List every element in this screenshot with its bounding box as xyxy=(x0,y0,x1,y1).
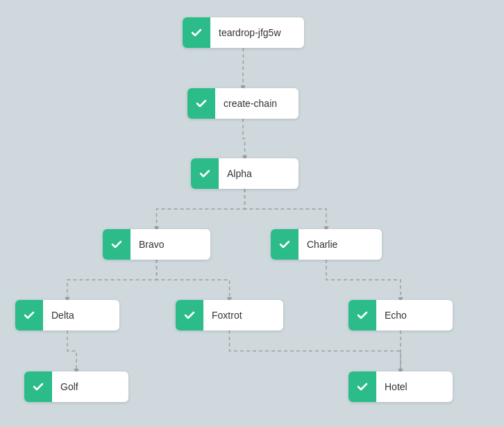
node-delta: Delta xyxy=(15,300,119,330)
node-golf: Golf xyxy=(24,371,128,402)
node-label-golf: Golf xyxy=(52,381,78,392)
node-label-alpha: Alpha xyxy=(219,168,252,179)
node-label-charlie: Charlie xyxy=(299,239,337,250)
check-icon-alpha xyxy=(191,158,219,189)
node-foxtrot: Foxtrot xyxy=(176,300,283,330)
check-icon-echo xyxy=(348,300,376,330)
check-icon-teardrop xyxy=(183,17,210,48)
check-icon-hotel xyxy=(348,371,376,402)
diagram: teardrop-jfg5w create-chain Alpha Bravo … xyxy=(0,0,504,427)
node-hotel: Hotel xyxy=(348,371,453,402)
check-icon-charlie xyxy=(271,229,299,260)
node-label-teardrop: teardrop-jfg5w xyxy=(210,27,281,38)
node-bravo: Bravo xyxy=(103,229,210,260)
check-icon-golf xyxy=(24,371,52,402)
node-teardrop: teardrop-jfg5w xyxy=(183,17,304,48)
node-alpha: Alpha xyxy=(191,158,299,189)
node-create-chain: create-chain xyxy=(187,88,299,119)
node-label-create-chain: create-chain xyxy=(215,98,277,109)
node-label-foxtrot: Foxtrot xyxy=(203,310,242,321)
check-icon-foxtrot xyxy=(176,300,203,330)
node-label-echo: Echo xyxy=(376,310,407,321)
check-icon-delta xyxy=(15,300,43,330)
node-charlie: Charlie xyxy=(271,229,382,260)
node-label-delta: Delta xyxy=(43,310,74,321)
node-label-bravo: Bravo xyxy=(131,239,165,250)
node-echo: Echo xyxy=(348,300,453,330)
check-icon-bravo xyxy=(103,229,131,260)
node-label-hotel: Hotel xyxy=(376,381,408,392)
connections-svg xyxy=(0,0,504,427)
check-icon-create-chain xyxy=(187,88,215,119)
